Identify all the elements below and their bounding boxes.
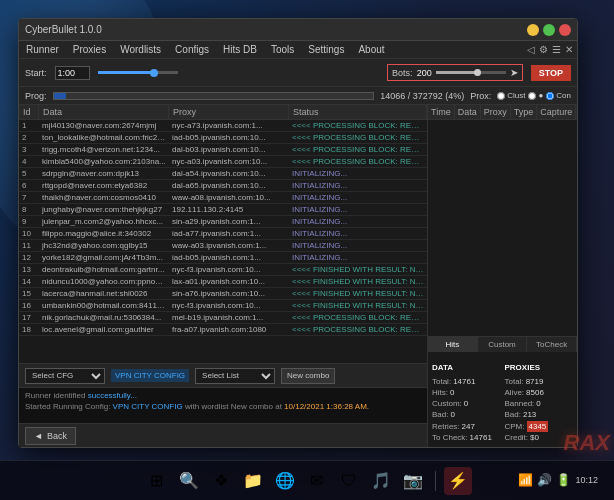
tray-icon-battery[interactable]: 🔋: [556, 473, 571, 487]
cell-status: INITIALIZING...: [289, 240, 427, 251]
table-row[interactable]: 2 ton_lookalike@hotmail.com:fric21... ia…: [19, 132, 427, 144]
main-content: Id Data Proxy Status 1 mjl40130@naver.co…: [19, 105, 577, 447]
log-line2: Started Running Config: VPN CITY CONFIG …: [25, 401, 421, 412]
menu-proxies[interactable]: Proxies: [70, 44, 109, 55]
table-row[interactable]: 8 junghaby@naver.com:thehjkjkg27 192.111…: [19, 204, 427, 216]
new-combo-button[interactable]: New combo: [281, 368, 335, 384]
start-input[interactable]: [55, 66, 90, 80]
cap-header-proxy: Proxy: [481, 105, 511, 119]
select-cfg[interactable]: Select CFG VPN CITY CONFIG: [25, 368, 105, 384]
cell-id: 7: [19, 192, 39, 203]
cell-proxy: mel-b19.ipvanish.com:1...: [169, 312, 289, 323]
col-header-data: Data: [39, 105, 169, 119]
data-stats-body: Total: 14761 Hits: 0 Custom: 0 Bad:: [432, 376, 501, 443]
table-row[interactable]: 5 sdrpgln@naver.com:dpjk13 dal-a54.ipvan…: [19, 168, 427, 180]
proxy-opt-conc[interactable]: Con: [546, 91, 571, 100]
nav-icon4[interactable]: ✕: [565, 44, 573, 55]
taskbar-mail[interactable]: ✉: [303, 467, 331, 495]
cell-data: sdrpgln@naver.com:dpjk13: [39, 168, 169, 179]
proxy-opt-clust[interactable]: Clust: [497, 91, 525, 100]
tray-icon-network[interactable]: 📶: [518, 473, 533, 487]
cap-header-time: Time: [428, 105, 455, 119]
nav-icon1[interactable]: ◁: [527, 44, 535, 55]
cell-id: 5: [19, 168, 39, 179]
table-row[interactable]: 13 deontrakuib@hotmail.com:gartnr... nyc…: [19, 264, 427, 276]
log-cfg-name: VPN CITY CONFIG: [113, 402, 183, 411]
table-row[interactable]: 6 rttgopd@naver.com:etya6382 dal-a65.ipv…: [19, 180, 427, 192]
menu-tools[interactable]: Tools: [268, 44, 297, 55]
taskbar-search[interactable]: 🔍: [175, 467, 203, 495]
stop-button[interactable]: STOP: [531, 65, 571, 81]
table-row[interactable]: 3 trigg.mcoth4@verizon.net:1234... dal-b…: [19, 144, 427, 156]
menu-runner[interactable]: Runner: [23, 44, 62, 55]
start-slider-thumb: [150, 69, 158, 77]
cell-data: rttgopd@naver.com:etya6382: [39, 180, 169, 191]
data-label: DATA: [432, 363, 453, 372]
left-panel: Id Data Proxy Status 1 mjl40130@naver.co…: [19, 105, 427, 447]
active-cfg: VPN CITY CONFIG: [111, 369, 189, 382]
table-row[interactable]: 7 thaikh@naver.com:cosmos0410 waw-a08.ip…: [19, 192, 427, 204]
log-highlight1: successfully...: [88, 391, 137, 400]
start-slider[interactable]: [98, 71, 178, 74]
table-row[interactable]: 10 filippo.maggio@alice.it:340302 iad-a7…: [19, 228, 427, 240]
tab-tocheck[interactable]: ToCheck: [527, 337, 577, 352]
taskbar-start[interactable]: ⊞: [143, 467, 171, 495]
stat-prox-total: Total: 8719: [505, 376, 574, 387]
taskbar-cyberbullet[interactable]: ⚡: [444, 467, 472, 495]
cell-data: ton_lookalike@hotmail.com:fric21...: [39, 132, 169, 143]
send-icon[interactable]: ➤: [510, 67, 518, 78]
tab-custom[interactable]: Custom: [478, 337, 528, 352]
taskbar-explorer[interactable]: 📁: [239, 467, 267, 495]
cell-id: 15: [19, 288, 39, 299]
cell-proxy: nyc-f3.ipvanish.com:10...: [169, 264, 289, 275]
stat-total: Total: 14761: [432, 376, 501, 387]
select-list[interactable]: Select List: [195, 368, 275, 384]
menu-settings[interactable]: Settings: [305, 44, 347, 55]
bots-slider[interactable]: [436, 71, 506, 74]
taskbar-shield[interactable]: 🛡: [335, 467, 363, 495]
menu-configs[interactable]: Configs: [172, 44, 212, 55]
cell-id: 11: [19, 240, 39, 251]
cell-status: <<<< FINISHED WITH RESULT: NONE >: [289, 264, 427, 275]
menu-wordlists[interactable]: Wordlists: [117, 44, 164, 55]
table-area[interactable]: 1 mjl40130@naver.com:2674mjmj nyc-a73.ip…: [19, 120, 427, 363]
stats-row-headers: DATA PROXIES: [432, 356, 573, 374]
cell-data: niduncu1000@yahoo.com:ppnoact...: [39, 276, 169, 287]
taskbar-music[interactable]: 🎵: [367, 467, 395, 495]
nav-icon2[interactable]: ⚙: [539, 44, 548, 55]
table-row[interactable]: 14 niduncu1000@yahoo.com:ppnoact... lax-…: [19, 276, 427, 288]
table-row[interactable]: 4 kimbla5400@yahoo.com:2103na... nyc-a03…: [19, 156, 427, 168]
back-button[interactable]: ◄ Back: [25, 427, 76, 445]
taskbar-edge[interactable]: 🌐: [271, 467, 299, 495]
close-button[interactable]: [559, 24, 571, 36]
menu-about[interactable]: About: [355, 44, 387, 55]
column-headers: Id Data Proxy Status: [19, 105, 427, 120]
system-tray: 📶 🔊 🔋 10:12: [518, 460, 606, 500]
minimize-button[interactable]: [527, 24, 539, 36]
table-row[interactable]: 1 mjl40130@naver.com:2674mjmj nyc-a73.ip…: [19, 120, 427, 132]
proxy-opt-bal[interactable]: ●: [528, 91, 543, 100]
log-timestamp: 10/12/2021 1:36:28 AM.: [284, 402, 369, 411]
table-row[interactable]: 9 julenpar_m.com2@yahoo.hhcxc... sin-a29…: [19, 216, 427, 228]
table-row[interactable]: 15 lacerca@hanmail.net:shl0026 sin-a76.i…: [19, 288, 427, 300]
menu-bar: Runner Proxies Wordlists Configs Hits DB…: [19, 41, 577, 59]
stat-retries: Retries: 247: [432, 421, 501, 432]
menu-hitsdb[interactable]: Hits DB: [220, 44, 260, 55]
nav-icon3[interactable]: ☰: [552, 44, 561, 55]
table-row[interactable]: 17 nik.gorlachuk@mail.ru:5306384... mel-…: [19, 312, 427, 324]
table-row[interactable]: 18 loc.avenel@gmail.com:gauthier fra-a07…: [19, 324, 427, 336]
table-row[interactable]: 12 yorke182@gmail.com:jAr4Tb3m... iad-b0…: [19, 252, 427, 264]
cell-proxy: nyc-a03.ipvanish.com:10...: [169, 156, 289, 167]
cell-data: nik.gorlachuk@mail.ru:5306384...: [39, 312, 169, 323]
tray-icon-volume[interactable]: 🔊: [537, 473, 552, 487]
taskbar-camera[interactable]: 📷: [399, 467, 427, 495]
maximize-button[interactable]: [543, 24, 555, 36]
tab-hits[interactable]: Hits: [428, 337, 478, 352]
table-row[interactable]: 11 jhc32nd@yahoo.com:qglby15 waw-a03.ipv…: [19, 240, 427, 252]
table-row[interactable]: 16 umbankin00@hotmail.com:841107... nyc-…: [19, 300, 427, 312]
cell-id: 4: [19, 156, 39, 167]
cell-status: INITIALIZING...: [289, 204, 427, 215]
taskbar-widgets[interactable]: ❖: [207, 467, 235, 495]
cell-data: filippo.maggio@alice.it:340302: [39, 228, 169, 239]
proxy-options: Clust ● Con: [497, 91, 571, 100]
